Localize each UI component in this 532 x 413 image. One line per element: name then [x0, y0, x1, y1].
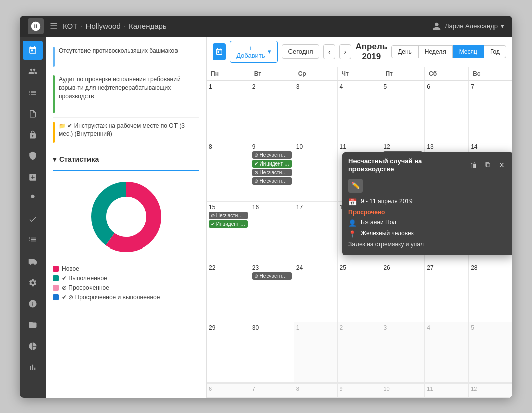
sidebar-item-badge[interactable] [23, 146, 43, 166]
today-button[interactable]: Сегодня [282, 44, 320, 59]
sidebar-item-bar[interactable] [23, 358, 43, 377]
cal-cell-may3[interactable]: 3 [381, 322, 425, 383]
cal-cell-may1[interactable]: 1 [294, 322, 338, 383]
cal-cell-apr15[interactable]: 15 ⊘ Несчастный слу... ✔ Инцидент с поку… [207, 202, 250, 262]
sidebar-item-chart[interactable] [23, 83, 43, 102]
month-title: Апрель 2019 [356, 42, 388, 62]
cal-cell-apr27[interactable]: 27 [425, 262, 469, 322]
sidebar-item-people[interactable] [23, 62, 43, 81]
cal-cell-may5[interactable]: 5 [469, 322, 512, 383]
prev-button[interactable]: ‹ [323, 44, 335, 59]
events-list: Отсутствие противоскользящих башмаков Ау… [53, 43, 199, 147]
event-apr15-1[interactable]: ⊘ Несчастный слу... [209, 212, 248, 219]
cal-cell-apr22[interactable]: 22 [207, 262, 250, 322]
calendar-area: + Добавить ▾ Сегодня ‹ › Апрель 2019 Ден… [207, 37, 512, 398]
cal-cell-apr25[interactable]: 25 [338, 262, 382, 322]
legend-item-new: Новое [53, 265, 199, 272]
sidebar-item-folder[interactable] [23, 315, 43, 335]
event-item-2: Аудит по проверке исполнения требований … [53, 71, 199, 118]
add-button[interactable]: + Добавить ▾ [230, 41, 277, 63]
cal-cell-apr7[interactable]: 7 [469, 81, 512, 141]
location-icon: 📍 [348, 230, 357, 238]
sidebar-item-check[interactable] [23, 210, 43, 229]
sidebar-item-truck[interactable] [23, 252, 43, 271]
calendar-view-toggle[interactable] [213, 43, 226, 60]
header-fri: Пт [381, 67, 425, 80]
sidebar-item-settings[interactable] [23, 273, 43, 292]
cal-cell-apr9[interactable]: 9 ⊘ Несчастный случай на производстве ✔ … [250, 141, 294, 202]
popup-copy-button[interactable]: ⧉ [482, 159, 493, 171]
cal-cell-apr8[interactable]: 8 [207, 141, 250, 202]
cal-cell-apr17[interactable]: 17 [294, 202, 338, 262]
popup-delete-button[interactable]: 🗑 [468, 159, 479, 171]
event-apr23-1[interactable]: ⊘ Несчастный с... [252, 272, 292, 280]
statistics-section: ▾ Статистика [53, 155, 199, 301]
sidebar-item-info[interactable] [23, 294, 43, 313]
legend-item-done: ✔ Выполненное [53, 275, 199, 282]
svg-point-3 [106, 197, 146, 237]
cal-cell-apr1[interactable]: 1 [207, 81, 250, 141]
popup-description: Залез на стремянку и упал [348, 241, 507, 248]
cal-cell-may10[interactable]: 10 [381, 384, 425, 398]
cal-cell-apr6[interactable]: 6 [425, 81, 469, 141]
legend-color [53, 266, 59, 272]
event-apr9-1[interactable]: ⊘ Несчастный случай на производстве [252, 151, 292, 159]
view-month[interactable]: Месяц [453, 45, 484, 58]
cal-cell-apr28[interactable]: 28 [469, 262, 512, 322]
popup-header: Несчастный случай на производстве 🗑 ⧉ ✕ [342, 152, 512, 177]
sidebar-item-pie[interactable] [23, 337, 43, 356]
event-apr9-4[interactable]: ⊘ Несчастный случай на про... [252, 177, 292, 185]
cal-cell-apr26[interactable]: 26 [381, 262, 425, 322]
cal-cell-apr5[interactable]: 5 [381, 81, 425, 141]
event-item-1: Отсутствие противоскользящих башмаков [53, 43, 199, 71]
cal-cell-may4[interactable]: 4 [425, 322, 469, 383]
sidebar-item-plus[interactable] [23, 168, 43, 187]
sidebar-item-calendar[interactable] [23, 41, 43, 60]
popup-edit-button[interactable]: ✏️ [348, 179, 363, 193]
popup-title: Несчастный случай на производстве [348, 157, 468, 173]
event-apr9-3[interactable]: ⊘ Несчастный случай на про... [252, 169, 292, 176]
sidebar-item-lock[interactable] [23, 125, 43, 144]
cal-cell-may2[interactable]: 2 [338, 322, 382, 383]
menu-icon[interactable]: ☰ [50, 21, 58, 32]
view-week[interactable]: Неделя [418, 45, 453, 58]
cal-cell-apr16[interactable]: 16 [250, 202, 294, 262]
event-text: Отсутствие противоскользящих башмаков [59, 47, 178, 55]
header-wed: Ср [294, 67, 338, 80]
popup-close-button[interactable]: ✕ [496, 159, 507, 171]
view-day[interactable]: День [391, 45, 418, 58]
popup-location-row: 📍 Железный человек [348, 230, 507, 238]
sidebar-item-person[interactable] [23, 189, 43, 208]
cal-cell-apr3[interactable]: 3 [294, 81, 338, 141]
view-year[interactable]: Год [484, 45, 506, 58]
calendar-icon: 📅 [348, 198, 357, 206]
cal-cell-may6[interactable]: 6 [207, 384, 250, 398]
user-menu[interactable]: Ларин Александр ▾ [432, 22, 504, 31]
sidebar-item-docs[interactable] [23, 104, 43, 123]
cal-cell-may9[interactable]: 9 [338, 384, 382, 398]
event-color-bar [53, 122, 55, 143]
cal-cell-may7[interactable]: 7 [250, 384, 294, 398]
cal-cell-may11[interactable]: 11 [425, 384, 469, 398]
legend-color [53, 285, 59, 291]
cal-cell-apr24[interactable]: 24 [294, 262, 338, 322]
header-tue: Вт [250, 67, 294, 80]
event-apr15-2[interactable]: ✔ Инцидент с покуп... [209, 220, 248, 228]
cal-cell-apr30[interactable]: 30 [250, 322, 294, 383]
event-item-3: 📁 ✔ Инструктаж на рабочем месте по ОТ (3… [53, 118, 199, 147]
cal-cell-apr2[interactable]: 2 [250, 81, 294, 141]
legend-item-overdue-done: ✔ ⊘ Просроченное и выполненное [53, 294, 199, 301]
donut-chart [53, 177, 199, 257]
cal-cell-may12[interactable]: 12 [469, 384, 512, 398]
cal-cell-apr4[interactable]: 4 [338, 81, 382, 141]
cal-cell-apr29[interactable]: 29 [207, 322, 250, 383]
cal-cell-apr10[interactable]: 10 [294, 141, 338, 202]
popup-actions: 🗑 ⧉ ✕ [468, 159, 507, 171]
cal-cell-apr23[interactable]: 23 ⊘ Несчастный с... [250, 262, 294, 322]
sidebar-item-list[interactable] [23, 231, 43, 250]
next-button[interactable]: › [339, 44, 351, 59]
legend: Новое ✔ Выполненное ⊘ Просроченное [53, 265, 199, 301]
event-apr9-2[interactable]: ✔ Инцидент с покупателем Иванов Василий [252, 160, 292, 168]
extra-week-row: 6 7 8 9 10 11 12 [207, 383, 512, 398]
cal-cell-may8[interactable]: 8 [294, 384, 338, 398]
